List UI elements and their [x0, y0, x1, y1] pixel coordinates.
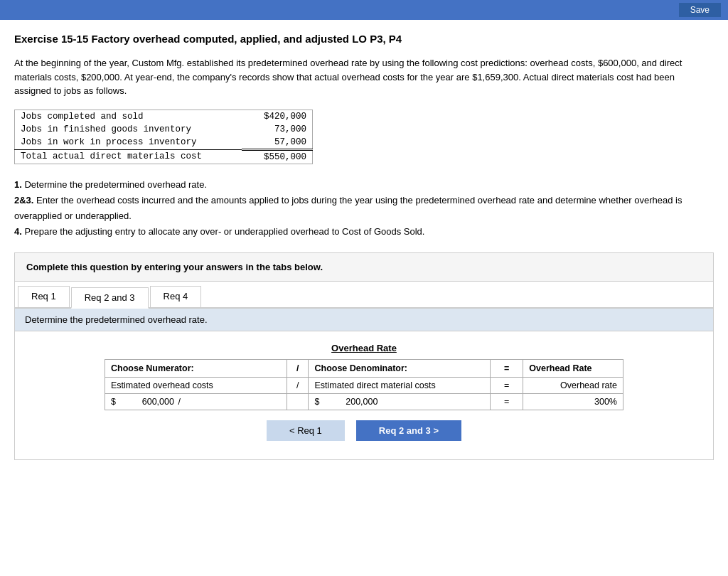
instr-1-bold: 1.	[14, 179, 22, 190]
instr-1-text: Determine the predetermined overhead rat…	[24, 179, 207, 190]
intro-text: At the beginning of the year, Custom Mfg…	[14, 56, 714, 98]
table-row: Jobs in finished goods inventory 73,000	[15, 123, 313, 136]
col-header-denominator: Choose Denominator:	[309, 359, 491, 377]
denominator-value-cell: $	[309, 393, 491, 410]
instr-2-bold: 2&3.	[14, 195, 33, 206]
total-amount: $550,000	[242, 149, 313, 164]
tabs-row: Req 1 Req 2 and 3 Req 4	[15, 282, 713, 309]
numerator-dollar-group: $ /	[111, 397, 281, 407]
col-header-div: /	[287, 359, 309, 377]
overhead-table: Choose Numerator: / Choose Denominator: …	[105, 359, 623, 410]
top-bar: Save	[0, 0, 728, 20]
question-box-text: Complete this question by entering your …	[26, 262, 323, 272]
tabs-container: Req 1 Req 2 and 3 Req 4 Determine the pr…	[14, 282, 714, 460]
div-symbol-1: /	[287, 377, 309, 393]
col-header-eq: =	[491, 359, 523, 377]
row-label: Jobs in finished goods inventory	[15, 123, 242, 136]
instr-2-text: Enter the overhead costs incurred and th…	[14, 195, 682, 221]
row-amount: $420,000	[242, 110, 313, 123]
rate-label: Overhead rate	[523, 377, 623, 393]
main-content: Exercise 15-15 Factory overhead computed…	[0, 20, 728, 474]
rate-value: 300%	[523, 393, 623, 410]
num-dollar-sign: $	[111, 397, 116, 407]
denominator-label: Estimated direct material costs	[309, 377, 491, 393]
numerator-label: Estimated overhead costs	[105, 377, 287, 393]
exercise-title: Exercise 15-15 Factory overhead computed…	[14, 33, 714, 45]
row-amount: 73,000	[242, 123, 313, 136]
denominator-dollar-group: $	[314, 397, 484, 407]
save-button[interactable]: Save	[679, 3, 721, 17]
question-box: Complete this question by entering your …	[14, 252, 714, 282]
row-label: Jobs in work in process inventory	[15, 136, 242, 150]
col-header-rate: Overhead Rate	[523, 359, 623, 377]
tab-content-header: Determine the predetermined overhead rat…	[15, 309, 713, 331]
tab-req4[interactable]: Req 4	[150, 286, 202, 307]
overhead-table-section: Overhead Rate Choose Numerator: / Choose…	[15, 331, 713, 459]
instr-3-bold: 4.	[14, 226, 22, 237]
row-amount: 57,000	[242, 136, 313, 150]
table-row: Jobs completed and sold $420,000	[15, 110, 313, 123]
denominator-input[interactable]	[321, 397, 378, 407]
total-label: Total actual direct materials cost	[15, 149, 242, 164]
table-row: Jobs in work in process inventory 57,000	[15, 136, 313, 150]
denom-dollar-sign: $	[314, 397, 319, 407]
instructions: 1. Determine the predetermined overhead …	[14, 177, 714, 240]
data-table: Jobs completed and sold $420,000 Jobs in…	[14, 110, 313, 164]
tab-req2and3[interactable]: Req 2 and 3	[71, 287, 149, 309]
overhead-table-title: Overhead Rate	[25, 343, 703, 353]
tab-req1[interactable]: Req 1	[18, 286, 70, 307]
col-header-numerator: Choose Numerator:	[105, 359, 287, 377]
eq-symbol-1: =	[491, 377, 523, 393]
instr-3-text: Prepare the adjusting entry to allocate …	[24, 226, 424, 237]
eq-symbol-2: =	[491, 393, 523, 410]
numerator-input[interactable]	[117, 397, 174, 407]
next-button[interactable]: Req 2 and 3 >	[356, 420, 461, 441]
overhead-row-2: $ / $ = 300%	[105, 393, 623, 410]
div-symbol-2	[287, 393, 309, 410]
row-label: Jobs completed and sold	[15, 110, 242, 123]
div-inline: /	[176, 397, 181, 407]
prev-button[interactable]: < Req 1	[267, 420, 345, 441]
overhead-row-1: Estimated overhead costs / Estimated dir…	[105, 377, 623, 393]
bottom-nav: < Req 1 Req 2 and 3 >	[25, 410, 703, 445]
total-row: Total actual direct materials cost $550,…	[15, 149, 313, 164]
numerator-value-cell: $ /	[105, 393, 287, 410]
